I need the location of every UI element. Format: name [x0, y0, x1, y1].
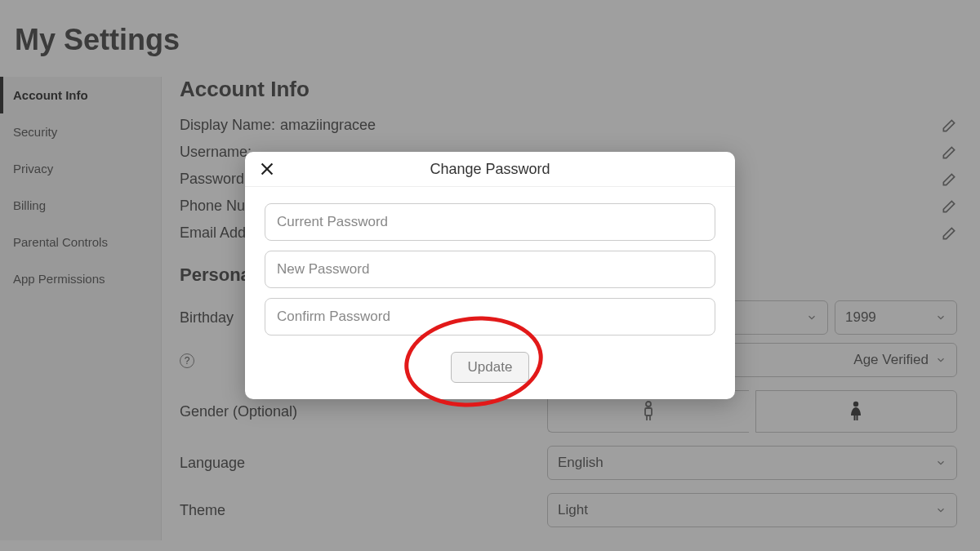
change-password-modal: Change Password Update [245, 152, 735, 399]
modal-overlay: Change Password Update [0, 0, 980, 551]
close-icon[interactable] [258, 160, 276, 178]
update-button[interactable]: Update [451, 352, 530, 383]
modal-title: Change Password [245, 161, 735, 178]
current-password-input[interactable] [265, 203, 715, 241]
confirm-password-input[interactable] [265, 298, 715, 335]
new-password-input[interactable] [265, 251, 715, 288]
